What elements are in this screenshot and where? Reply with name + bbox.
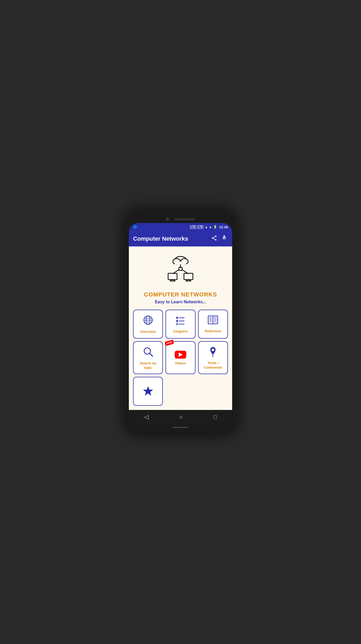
svg-rect-19 [168,273,177,280]
signal-icon2: ▲ [209,225,212,229]
status-bar: 🌐 LTE LTE ▲ ▲ 🔋 11:16 [129,223,232,231]
app-subheading: Easy to Learn Networks... [133,300,228,304]
lte1-label: LTE [190,225,196,229]
bottom-hardware [129,424,232,429]
home-button[interactable]: ○ [179,414,183,420]
nav-bar: ◁ ○ □ [129,410,232,424]
app-heading: COMPUTER NETWORKS [133,291,228,298]
svg-point-2 [215,239,217,240]
share-button[interactable] [211,235,217,243]
app-bar-actions [211,234,228,243]
camera [166,218,169,221]
phone-screen: 🌐 LTE LTE ▲ ▲ 🔋 11:16 Computer Networks [129,223,232,424]
top-hardware [129,215,232,223]
svg-point-5 [223,235,225,237]
menu-grid: Overview [133,310,228,406]
svg-marker-51 [143,386,153,396]
time-display: 11:16 [219,225,228,229]
new-badge: NEW [165,340,174,346]
overview-card[interactable]: Overview [133,310,163,339]
search-icon [143,346,153,359]
app-title: Computer Networks [133,235,188,242]
tools-card[interactable]: Tools /Commands [198,341,228,374]
youtube-icon [175,351,186,359]
globe-status-icon: 🌐 [133,225,137,229]
svg-point-49 [212,349,214,351]
status-right: LTE LTE ▲ ▲ 🔋 11:16 [190,225,228,229]
main-content: COMPUTER NETWORKS Easy to Learn Networks… [129,246,232,410]
recent-button[interactable]: □ [213,414,217,420]
chapters-card[interactable]: Chapters [165,310,195,339]
status-left: 🌐 [133,225,137,229]
svg-line-4 [213,236,215,237]
battery-icon: 🔋 [213,225,217,229]
svg-rect-14 [175,261,186,265]
svg-point-35 [176,323,178,325]
search-card[interactable]: Search by topic [133,341,163,374]
videos-card[interactable]: NEW Videos [165,341,195,374]
svg-line-3 [213,238,215,239]
hero-icon [133,253,228,287]
svg-rect-22 [184,273,193,280]
svg-point-1 [212,237,213,239]
svg-rect-7 [223,238,224,240]
reference-label: Reference [205,329,221,334]
checklist-icon [175,315,186,327]
back-button[interactable]: ◁ [144,414,149,420]
reference-card[interactable]: Reference [198,310,228,339]
pin-icon [208,346,218,358]
chapters-label: Chapters [173,329,188,334]
svg-line-48 [150,353,153,356]
signal-icon: ▲ [205,225,208,229]
search-label: Search by topic [136,361,160,370]
favorites-card[interactable] [133,377,163,406]
yt-play-icon [179,353,183,357]
tutorial-button[interactable] [221,234,228,243]
svg-point-0 [215,235,217,237]
home-indicator [173,427,188,428]
overview-label: Overview [140,330,156,334]
videos-label: Videos [175,361,186,366]
tools-label: Tools /Commands [204,361,222,370]
star-icon [143,386,154,398]
globe-icon [143,315,153,327]
speaker [174,218,195,220]
svg-rect-8 [225,238,225,240]
phone-device: 🌐 LTE LTE ▲ ▲ 🔋 11:16 Computer Networks [125,210,236,434]
book-icon [207,315,218,326]
lte2-label: LTE [197,225,204,229]
svg-rect-10 [222,237,226,237]
app-bar: Computer Networks [129,231,232,246]
